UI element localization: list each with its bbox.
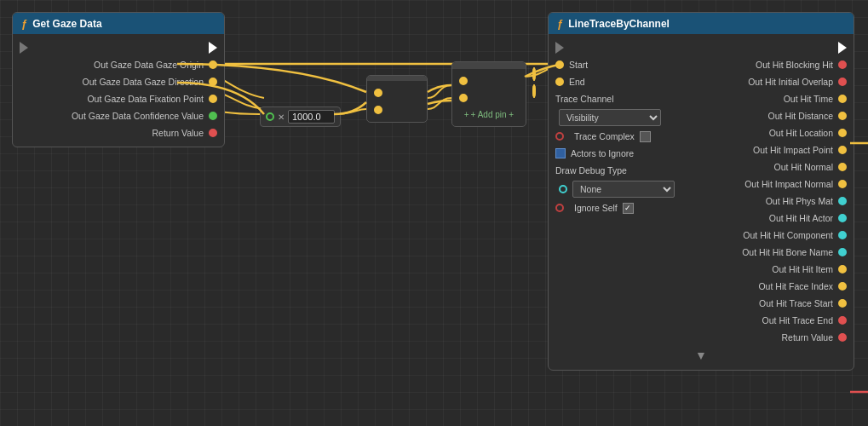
trace-outputs: Out Hit Blocking Hit Out Hit Initial Ove…: [701, 56, 854, 346]
hit-component-pin[interactable]: [838, 231, 847, 239]
fixation-point-row: Out Gaze Data Fixation Point: [13, 90, 224, 107]
trace-complex-checkbox[interactable]: [640, 131, 651, 142]
addpin-in2-row: [452, 89, 526, 106]
multiply-body: [367, 81, 427, 122]
value-1000-node: ✕: [260, 106, 341, 127]
add-pin-label[interactable]: + Add pin +: [471, 110, 514, 119]
blocking-hit-pin[interactable]: [838, 60, 847, 69]
trace-channel-dropdown-row: Visibility Camera: [549, 107, 701, 128]
function-icon-2: ƒ: [557, 17, 563, 30]
add-pin-label-row[interactable]: + + Add pin +: [452, 106, 526, 123]
addpin-out-dot[interactable]: [532, 67, 536, 81]
trace-complex-row: Trace Complex: [549, 128, 701, 145]
exec-in-trace[interactable]: [555, 42, 564, 54]
draw-debug-row: Draw Debug Type: [549, 162, 701, 179]
get-gaze-data-body: Out Gaze Data Gaze Origin Out Gaze Data …: [13, 34, 224, 147]
return-pin-gaze[interactable]: [209, 129, 217, 137]
line-trace-node: ƒ LineTraceByChannel Start End Trace Ch: [548, 12, 854, 371]
gaze-direction-row: Out Gaze Data Gaze Direction: [13, 73, 224, 90]
face-index-pin[interactable]: [838, 282, 847, 291]
draw-debug-dropdown-row: None ForOneFrame ForDuration Persistent: [549, 179, 701, 199]
trace-complex-label: Trace Complex: [574, 131, 635, 141]
ignore-self-checkbox[interactable]: ✓: [623, 203, 634, 214]
hit-normal-row: Out Hit Normal: [701, 158, 854, 176]
hit-item-row: Out Hit Hit Item: [701, 261, 854, 278]
hit-distance-pin[interactable]: [838, 112, 847, 120]
actors-icon: [555, 148, 566, 158]
value-in-pin[interactable]: [266, 112, 274, 121]
exec-in-pin[interactable]: [20, 42, 28, 54]
impact-point-pin[interactable]: [838, 146, 847, 154]
trace-start-row: Out Hit Trace Start: [701, 295, 854, 312]
end-in-pin[interactable]: [555, 78, 564, 86]
start-label: Start: [569, 60, 588, 70]
hit-component-label: Out Hit Hit Component: [743, 230, 833, 240]
impact-point-row: Out Hit Impact Point: [701, 141, 854, 158]
trace-start-pin[interactable]: [838, 299, 847, 308]
return-pin-trace[interactable]: [838, 333, 847, 342]
hit-item-pin[interactable]: [838, 265, 847, 273]
face-index-row: Out Hit Face Index: [701, 278, 854, 295]
draw-debug-pin[interactable]: [559, 185, 567, 193]
bone-name-row: Out Hit Hit Bone Name: [701, 244, 854, 261]
trace-end-row: Out Hit Trace End: [701, 312, 854, 329]
multiply-node: [366, 75, 428, 123]
addpin-in1-row: [452, 72, 526, 89]
draw-debug-dropdown[interactable]: None ForOneFrame ForDuration Persistent: [572, 181, 675, 198]
get-gaze-data-header: ƒ Get Gaze Data: [13, 13, 224, 34]
addpin-in2-pin[interactable]: [459, 94, 468, 102]
line-trace-title: LineTraceByChannel: [568, 18, 670, 30]
addpin-in1-pin[interactable]: [459, 77, 468, 85]
x-icon: ✕: [278, 112, 285, 122]
return-row-trace: Return Value: [701, 329, 854, 346]
add-pin-header: [452, 62, 526, 69]
gaze-origin-pin[interactable]: [209, 60, 217, 69]
initial-overlap-label: Out Hit Initial Overlap: [748, 77, 833, 87]
trace-inputs: Start End Trace Channel Visibility Camer…: [549, 56, 701, 346]
add-pin-node: + + Add pin +: [451, 61, 526, 127]
gaze-direction-pin[interactable]: [209, 78, 217, 86]
mult-in2-pin[interactable]: [374, 106, 382, 114]
hit-normal-pin[interactable]: [838, 163, 847, 171]
phys-mat-pin[interactable]: [838, 197, 847, 205]
actors-ignore-row: Actors to Ignore: [549, 145, 701, 162]
addpin-out-pin[interactable]: [532, 69, 536, 79]
value-input-field[interactable]: [288, 110, 335, 124]
hit-time-label: Out Hit Time: [784, 94, 833, 104]
exec-out-trace[interactable]: [838, 42, 847, 54]
exec-in-row: [13, 39, 224, 56]
hit-location-pin[interactable]: [838, 129, 847, 137]
exec-out-pin[interactable]: [209, 42, 217, 54]
blocking-hit-label: Out Hit Blocking Hit: [756, 60, 833, 70]
return-label-trace: Return Value: [781, 332, 833, 343]
hit-distance-row: Out Hit Distance: [701, 107, 854, 124]
impact-normal-pin[interactable]: [838, 180, 847, 188]
ignore-self-pin[interactable]: [555, 204, 564, 212]
start-in-pin[interactable]: [555, 60, 564, 69]
initial-overlap-pin[interactable]: [838, 78, 847, 86]
trace-end-pin[interactable]: [838, 316, 847, 325]
confidence-row: Out Gaze Data Confidence Value: [13, 107, 224, 124]
gaze-origin-label: Out Gaze Data Gaze Origin: [94, 60, 204, 70]
exec-row-trace: [549, 39, 854, 56]
initial-overlap-row: Out Hit Initial Overlap: [701, 73, 854, 90]
blocking-hit-row: Out Hit Blocking Hit: [701, 56, 854, 73]
trace-channel-dropdown[interactable]: Visibility Camera: [559, 109, 661, 126]
draw-debug-label: Draw Debug Type: [555, 165, 627, 176]
confidence-pin[interactable]: [209, 112, 217, 120]
confidence-label: Out Gaze Data Confidence Value: [72, 111, 204, 121]
addpin-out2-dot[interactable]: [532, 84, 536, 98]
trace-complex-pin[interactable]: [555, 132, 564, 141]
addpin-out2-pin[interactable]: [532, 86, 536, 96]
plus-icon: +: [464, 110, 469, 119]
hit-time-pin[interactable]: [838, 95, 847, 103]
hit-actor-pin[interactable]: [838, 214, 847, 222]
bone-name-pin[interactable]: [838, 248, 847, 256]
node-title: Get Gaze Data: [32, 18, 101, 30]
trace-channel-row: Trace Channel: [549, 90, 701, 107]
fixation-point-pin[interactable]: [209, 95, 217, 103]
scroll-down[interactable]: ▼: [549, 346, 854, 365]
gaze-origin-row: Out Gaze Data Gaze Origin: [13, 56, 224, 73]
mult-in1-pin[interactable]: [374, 89, 382, 97]
hit-distance-label: Out Hit Distance: [768, 111, 833, 121]
